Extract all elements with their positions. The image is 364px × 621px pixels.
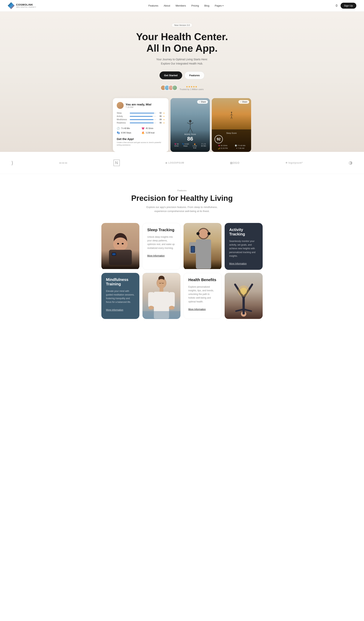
nav-pages-dropdown[interactable]: Pages ▾ — [215, 4, 224, 7]
nav-links: Features About Members Pricing Blog Page… — [148, 4, 224, 7]
activity-tracking-title: Activity Tracking — [229, 227, 258, 236]
nav-features[interactable]: Features — [148, 4, 158, 7]
user-greeting: You are ready, Mia! — [125, 103, 152, 106]
svg-line-10 — [231, 117, 231, 119]
svg-point-39 — [149, 306, 154, 310]
nav-pricing[interactable]: Pricing — [191, 4, 199, 7]
metric-activity: Activity 86 ★ — [117, 115, 165, 117]
logo-item: ▶ LOGOIPSUM — [166, 161, 184, 164]
nav-right: 0 Sign Up — [336, 3, 356, 9]
activity-score-overlay: Activity Score 86 💗 83 S/min 👣 8.540 Ste… — [171, 130, 210, 152]
svg-rect-26 — [196, 239, 211, 269]
logo-item: ❈ logoipsum* — [285, 161, 303, 164]
hero-buttons: Get Started Features — [8, 71, 356, 79]
mindfulness-card: Mindfulness Training Elevate your mind w… — [101, 273, 139, 319]
brand-tagline: SEO DIGITAL AGENCY — [16, 6, 36, 8]
trust-section: ★★★★★ Trusted by 1 Million users — [8, 85, 356, 90]
logos-bar: ) ∞∞∞ N ▶ LOGOIPSUM ▨OGO ❈ logoipsum* ◑ — [0, 152, 364, 174]
svg-line-9 — [231, 114, 233, 115]
dashboard-user: You are ready, Mia! 7:20 AM — [117, 102, 165, 109]
health-benefits-desc: Explore personalized insights, tips, and… — [188, 285, 217, 304]
sleep-score-label: Sleep Score — [214, 132, 248, 134]
features-badge: Features — [12, 189, 352, 192]
logo-item: ◑ — [349, 160, 352, 165]
svg-point-15 — [117, 243, 119, 244]
dashboard-main-card: You are ready, Mia! 7:20 AM Sleep 92 ★ A… — [113, 98, 169, 152]
user-avatar — [117, 102, 124, 109]
sleep-tracking-image — [101, 223, 139, 269]
svg-rect-41 — [142, 311, 180, 319]
metric-readiness: Readiness 90 ★ — [117, 122, 165, 124]
person-silhouette-icon — [228, 109, 235, 124]
svg-rect-35 — [159, 288, 163, 292]
features-button[interactable]: Features — [185, 71, 205, 79]
activity-tracking-card: Activity Tracking Seamlessly monitor you… — [225, 223, 263, 270]
mindfulness-desc: Elevate your mind with guided meditation… — [106, 289, 135, 304]
activity-score-value: 86 — [173, 136, 207, 142]
hero-badge: New Version 3.0 — [172, 23, 192, 27]
hero-title: Your Health Center. All In One App. — [8, 31, 356, 54]
share-icon: ↑ — [199, 101, 200, 103]
get-started-button[interactable]: Get Started — [159, 71, 182, 79]
svg-point-0 — [189, 120, 191, 122]
activity-tracking-image — [184, 223, 222, 269]
svg-point-16 — [122, 243, 124, 244]
logo-item: ∞∞∞ — [59, 161, 68, 165]
activity-tracking-link[interactable]: More Information — [229, 262, 247, 265]
sleep-tracking-title: Sleep Tracking — [147, 228, 176, 232]
navbar: COSMOLINK SEO DIGITAL AGENCY Features Ab… — [0, 0, 364, 12]
nav-about[interactable]: About — [164, 4, 170, 7]
svg-rect-37 — [148, 292, 154, 307]
health-benefits-title: Health Benefits — [188, 278, 217, 282]
activity-score-label: Activity Score — [173, 133, 207, 135]
cart-icon[interactable]: 0 — [336, 4, 337, 7]
dashboard-activity-card: ↑ Share Activity Score 86 💗 83 S/min 👣 8… — [171, 98, 210, 152]
health-benefits-link[interactable]: More Information — [188, 308, 206, 311]
svg-rect-38 — [169, 292, 175, 307]
nav-blog[interactable]: Blog — [204, 4, 209, 7]
sleep-person-illustration — [101, 223, 139, 269]
share-icon-sleep: ↑ — [240, 101, 241, 103]
trust-info: ★★★★★ Trusted by 1 Million users — [180, 85, 204, 90]
star-rating: ★★★★★ — [180, 85, 204, 88]
nav-members[interactable]: Members — [175, 4, 186, 7]
yoga-image — [225, 273, 263, 319]
share-button[interactable]: ↑ Share — [197, 100, 208, 104]
hero-subtitle: Your Journey to Optimal Living Starts He… — [8, 57, 356, 66]
svg-line-3 — [190, 123, 193, 124]
svg-point-25 — [208, 232, 211, 235]
nav-pages-label: Pages — [215, 4, 222, 7]
metric-mindfulness: Mindfulness 89 ★ — [117, 119, 165, 121]
mindfulness-image — [142, 273, 180, 319]
mindfulness-image-card — [142, 273, 180, 319]
activity-tracking-desc: Seamlessly monitor your activity, set go… — [229, 240, 258, 258]
activity-meta: 💗 83 S/min 👣 8.540 Steps 🔥 3.230 kcal ⏱ … — [173, 143, 207, 149]
svg-point-50 — [240, 288, 247, 294]
sleep-tracking-link[interactable]: More Information — [147, 254, 165, 257]
svg-point-34 — [157, 279, 166, 288]
sleep-score-overlay: Sleep Score 92 💗 45 S/min 🕐 7 h 40 Min 🌙… — [212, 129, 251, 152]
hero-dashboard: You are ready, Mia! 7:20 AM Sleep 92 ★ A… — [113, 98, 251, 152]
sleep-image-card — [101, 223, 139, 270]
dashboard-cta-desc: Create a free account and gain access to… — [117, 141, 165, 146]
brand-logo[interactable]: COSMOLINK SEO DIGITAL AGENCY — [8, 2, 36, 9]
yoga-pose-illustration — [225, 273, 263, 319]
activity-image-card — [184, 223, 222, 270]
features-section: Features Precision for Healthy Living Ex… — [0, 174, 364, 334]
logo-item: ) — [12, 160, 13, 166]
sleep-meta: 💗 45 S/min 🕐 7 h 40 Min 🌙 22:20 PM ☀ 7:3… — [214, 145, 248, 149]
mindfulness-link[interactable]: More information — [106, 309, 123, 311]
svg-point-40 — [169, 306, 174, 310]
metric-sleep: Sleep 92 ★ — [117, 112, 165, 114]
health-benefits-card: Health Benefits Explore personalized ins… — [184, 273, 222, 319]
sleep-tracking-card: Sleep Tracking Unlock deep insights into… — [142, 223, 180, 270]
signup-button[interactable]: Sign Up — [341, 3, 356, 9]
mindfulness-person-illustration — [142, 273, 180, 319]
svg-point-23 — [199, 229, 208, 239]
logo-item: ▨OGO — [230, 161, 240, 164]
svg-line-2 — [187, 123, 190, 124]
trust-avatars — [160, 85, 177, 90]
trust-text: Trusted by 1 Million users — [180, 88, 204, 90]
share-button-sleep[interactable]: ↑ Share — [239, 100, 249, 104]
chevron-down-icon: ▾ — [223, 5, 224, 7]
